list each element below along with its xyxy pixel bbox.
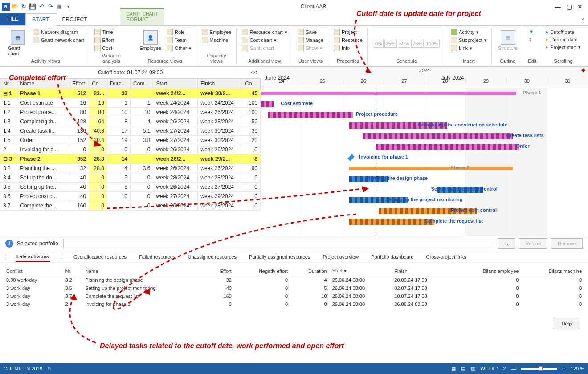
other-views-button[interactable]: Other ▾ [166,45,192,52]
undo-icon[interactable]: ↶ [37,3,45,11]
resource-props-button[interactable]: Resource [333,37,363,44]
tab-project[interactable]: PROJECT [56,14,94,25]
col-start[interactable]: Start [153,79,198,89]
qat-dropdown-icon[interactable]: ▾ [64,3,72,11]
gantt-bar[interactable] [349,167,513,170]
grid-icon[interactable]: ▦ [55,3,63,11]
filter-button[interactable]: ▼ [528,28,535,35]
insert-link-button[interactable]: Link ▾ [450,45,488,52]
project-props-button[interactable]: Project [333,28,363,36]
table-row[interactable]: 3.2Planning the ...3228.843.6week 26/202… [0,164,261,173]
tab-file[interactable]: FILE [0,13,25,25]
tab-partial[interactable]: Partially assigned resources [248,252,311,261]
show-views-button[interactable]: Show ▾ [297,45,324,52]
late-activities-grid[interactable]: Conflict Nr. Name Effort Negativ effort … [0,263,588,312]
bcol-dur[interactable]: Duration [290,266,330,276]
col-nr[interactable]: Nr. [0,79,17,89]
bcol-finish[interactable]: Finish [392,266,454,276]
table-row[interactable]: ⊟ 3Phase 235228.814week 26/2...week 29/2… [0,154,261,164]
bcol-start[interactable]: Start ▾ [330,266,392,276]
manage-views-button[interactable]: Manage [297,37,324,44]
gantt-bar[interactable] [261,101,274,107]
zoom-slider[interactable] [521,368,557,370]
sort-button[interactable]: ↕ [528,36,535,42]
gantt-network-button[interactable]: Gantt-network chart [32,37,85,44]
bcol-nr[interactable]: Nr. [63,266,83,276]
maximize-icon[interactable]: ▢ [566,3,572,10]
col-completed2[interactable]: Com... [131,79,153,89]
tab-failed[interactable]: Failed resources [138,252,176,261]
open-icon[interactable]: 📂 [11,3,19,11]
list-item[interactable]: 0.38 work-day3.2Planning the design phas… [4,276,584,285]
col-completed[interactable]: Co... [89,79,107,89]
col-name[interactable]: Name [17,79,69,89]
table-row[interactable]: ⊟ 1Phase 151223...33week 24/2...week 30/… [0,89,261,98]
table-row[interactable]: 1.4Create task li...13640.8175.1week 27/… [0,126,261,136]
close-icon[interactable]: ✕ [577,3,583,10]
save-view-button[interactable]: Save [297,28,324,36]
view-icon-2[interactable]: ▤ [461,366,466,372]
list-item[interactable]: 3 work-day3.5Setting up the project moni… [4,284,584,292]
collapse-pane-icon[interactable]: << [251,69,257,76]
scroll-cutoff-button[interactable]: ▸Cutoff date [545,28,582,35]
role-button[interactable]: Role [166,28,192,36]
network-diagram-button[interactable]: Network diagram [32,28,85,36]
gantt-bar[interactable] [349,219,434,225]
view-icon-3[interactable]: ▥ [471,366,475,372]
sync-icon[interactable]: ↻ [48,366,52,372]
scroll-start-button[interactable]: ▸Project start ▾ [545,44,582,50]
list-item[interactable]: 3 work-day2Invoicing for phase 100026.06… [4,300,584,308]
gantt-chart-button[interactable]: ▤Gantt chart [6,28,29,58]
employee-button[interactable]: 👤Employee [138,28,163,58]
structure-button[interactable]: ▦Structure [496,28,520,58]
variance-cost-button[interactable]: Cost [94,45,115,52]
table-row[interactable]: 3.4Set up the do...40050week 28/2024week… [0,173,261,183]
col-effort[interactable]: Effort [69,79,89,89]
table-row[interactable]: 1.1Cost estimate161611week 24/2024week 2… [0,98,261,108]
bcol-neg[interactable]: Negativ effort [234,266,290,276]
tab-overallocated[interactable]: Overallocated resources [73,252,127,261]
tab-cross-links[interactable]: Cross-project links [425,252,467,261]
tab-late-activities[interactable]: Late activities [16,252,50,262]
minimize-icon[interactable]: — [555,3,561,10]
tab-overview[interactable]: Project overview [322,252,359,261]
gantt-bar[interactable] [261,92,516,95]
help-button[interactable]: Help [553,318,580,329]
remove-button[interactable]: Remove [551,238,583,249]
table-row[interactable]: 3.6Project cost c...400100week 27/2024we… [0,192,261,201]
gantt-chart-view-button[interactable]: Gantt chart [241,45,289,52]
view-icon-1[interactable]: ▦ [451,366,456,372]
list-item[interactable]: 3 work-day3.7Complete the request list16… [4,292,584,300]
variance-effort-button[interactable]: Effort [94,37,115,44]
bcol-effort[interactable]: Effort [207,266,234,276]
gantt-bar[interactable] [363,133,513,139]
browse-button[interactable]: ... [498,238,515,249]
info-button[interactable]: Info [333,45,363,52]
table-row[interactable]: 1.5Order15230.4193.8week 27/2024week 30/… [0,136,261,145]
capacity-employee-button[interactable]: Employee [201,28,233,36]
col-co2[interactable]: Co... [242,79,261,89]
tab-portfolio-dash[interactable]: Portfolio dashboard [370,252,414,261]
portfolio-input[interactable] [63,239,494,248]
gantt-pane[interactable]: 2024 June 2024July 2024 2425262728293031… [261,67,588,236]
zoom-out-icon[interactable]: — [511,366,516,371]
bcol-name[interactable]: Name [82,266,206,276]
insert-subproject-button[interactable]: Subproject ▾ [450,37,488,44]
table-row[interactable]: 1.2Project proce...80801010week 24/2024w… [0,108,261,117]
gantt-bar[interactable] [268,112,353,118]
table-row[interactable]: 3.7Complete the...16000week 26/2024week … [0,201,261,211]
insert-activity-button[interactable]: Activity ▾ [450,28,488,36]
capacity-machine-button[interactable]: Machine [201,37,233,44]
variance-time-button[interactable]: Time [94,28,115,36]
save-icon[interactable]: 💾 [29,3,37,11]
schedule-pct-button[interactable]: 0%25%50%75%100% [372,28,441,58]
team-button[interactable]: Team [166,37,192,44]
table-row[interactable]: 1.3Completing th...1286484week 26/2024we… [0,117,261,126]
bcol-conflict[interactable]: Conflict [4,266,63,276]
scroll-current-button[interactable]: ▸Current date [545,36,582,43]
zoom-in-icon[interactable]: + [562,366,565,371]
resource-chart-button[interactable]: Resource chart ▾ [241,28,289,36]
bcol-bemp[interactable]: Bilanz employee [454,266,522,276]
tab-unassigned[interactable]: Unassigned resources [187,252,237,261]
col-duration[interactable]: Dura... [107,79,130,89]
